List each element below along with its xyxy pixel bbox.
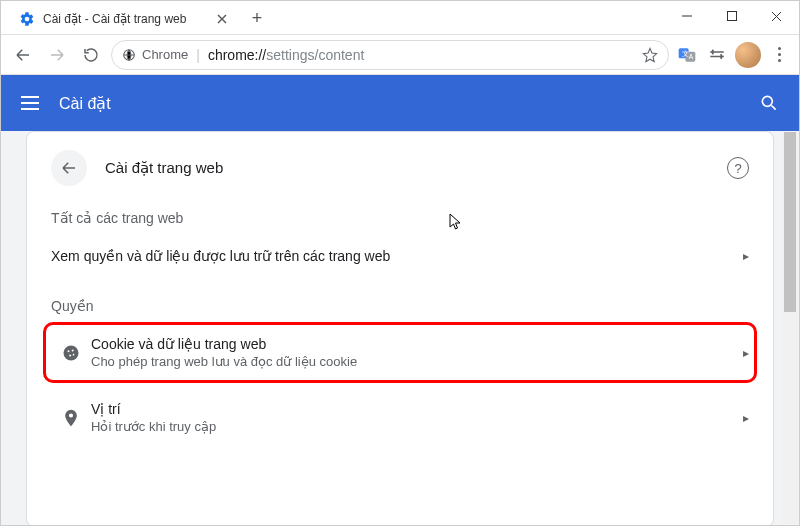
all-sites-row[interactable]: Xem quyền và dữ liệu được lưu trữ trên c… <box>51 232 749 280</box>
omnibox-divider: | <box>196 47 200 63</box>
cookies-subtitle: Cho phép trang web lưu và đọc dữ liệu co… <box>91 354 729 369</box>
window-maximize-button[interactable] <box>709 1 754 31</box>
bookmark-star-icon[interactable] <box>642 47 658 63</box>
window-controls <box>664 1 799 31</box>
new-tab-button[interactable]: + <box>243 4 271 32</box>
svg-point-9 <box>72 349 74 351</box>
svg-text:A: A <box>689 53 694 60</box>
translate-extension-icon[interactable]: 文A <box>675 43 699 67</box>
nav-back-button[interactable] <box>9 41 37 69</box>
svg-point-11 <box>73 353 75 355</box>
media-controls-icon[interactable] <box>705 43 729 67</box>
chevron-right-icon: ▸ <box>729 346 749 360</box>
svg-point-10 <box>69 354 71 356</box>
url-text: chrome://settings/content <box>208 47 364 63</box>
vertical-scrollbar[interactable] <box>782 132 798 524</box>
svg-rect-0 <box>727 12 736 21</box>
location-row[interactable]: Vị trí Hỏi trước khi truy cập ▸ <box>51 385 749 450</box>
menu-hamburger-button[interactable] <box>21 96 39 110</box>
nav-forward-button[interactable] <box>43 41 71 69</box>
help-icon[interactable]: ? <box>727 157 749 179</box>
settings-search-button[interactable] <box>759 93 779 113</box>
site-info-icon[interactable]: Chrome <box>122 47 188 62</box>
window-minimize-button[interactable] <box>664 1 709 31</box>
cookies-row[interactable]: Cookie và dữ liệu trang web Cho phép tra… <box>51 320 749 385</box>
nav-reload-button[interactable] <box>77 41 105 69</box>
content-area: Cài đặt trang web ? Tất cả các trang web… <box>1 131 799 526</box>
card-header: Cài đặt trang web ? <box>51 150 749 186</box>
tab-close-button[interactable] <box>215 12 229 26</box>
page-title: Cài đặt trang web <box>105 159 223 177</box>
svg-point-7 <box>64 345 79 360</box>
site-info-label: Chrome <box>142 47 188 62</box>
svg-point-6 <box>762 96 772 106</box>
cookies-title: Cookie và dữ liệu trang web <box>91 336 729 352</box>
address-bar[interactable]: Chrome | chrome://settings/content <box>111 40 669 70</box>
svg-point-8 <box>68 350 70 352</box>
browser-menu-button[interactable] <box>767 43 791 67</box>
tab-title: Cài đặt - Cài đặt trang web <box>43 12 207 26</box>
chevron-right-icon: ▸ <box>729 411 749 425</box>
cookie-icon <box>51 343 91 363</box>
settings-card: Cài đặt trang web ? Tất cả các trang web… <box>26 131 774 526</box>
location-title: Vị trí <box>91 401 729 417</box>
browser-toolbar: Chrome | chrome://settings/content 文A <box>1 35 799 75</box>
browser-tab[interactable]: Cài đặt - Cài đặt trang web <box>9 4 239 34</box>
location-subtitle: Hỏi trước khi truy cập <box>91 419 729 434</box>
settings-title: Cài đặt <box>59 94 111 113</box>
scrollbar-thumb[interactable] <box>784 132 796 312</box>
section-all-sites: Tất cả các trang web <box>51 210 749 226</box>
location-pin-icon <box>51 408 91 428</box>
mouse-cursor-icon <box>449 213 463 231</box>
chevron-right-icon: ▸ <box>729 249 749 263</box>
tab-favicon-settings-icon <box>19 11 35 27</box>
section-permissions: Quyền <box>51 298 749 314</box>
back-button[interactable] <box>51 150 87 186</box>
settings-header: Cài đặt <box>1 75 799 131</box>
all-sites-label: Xem quyền và dữ liệu được lưu trữ trên c… <box>51 248 729 264</box>
window-tab-bar: Cài đặt - Cài đặt trang web + <box>1 1 799 35</box>
profile-avatar[interactable] <box>735 42 761 68</box>
window-close-button[interactable] <box>754 1 799 31</box>
